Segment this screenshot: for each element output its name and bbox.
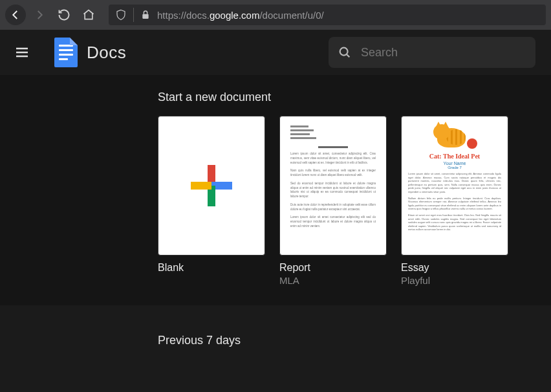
template-subtitle: MLA xyxy=(279,275,387,286)
recent-section: Previous 7 days xyxy=(0,305,551,347)
cat-illustration-icon xyxy=(432,122,477,150)
docs-logo-icon xyxy=(54,38,78,67)
recent-heading: Previous 7 days xyxy=(158,334,551,347)
template-card-report[interactable]: Lorem ipsum dolor sit amet, consectetur … xyxy=(279,116,387,256)
main-menu-button[interactable] xyxy=(9,39,35,65)
essay-name: Your Name xyxy=(408,161,501,166)
arrow-right-icon xyxy=(34,9,45,21)
forward-button[interactable] xyxy=(28,4,50,26)
reload-icon xyxy=(58,8,70,21)
template-essay: Cat: The Ideal Pet Your Name Grade 7 Lor… xyxy=(401,116,508,286)
templates-heading: Start a new document xyxy=(158,91,551,104)
app-title: Docs xyxy=(87,43,126,63)
page-body: Docs Start a new document Blank xyxy=(0,30,551,392)
svg-rect-0 xyxy=(142,14,148,19)
template-card-blank[interactable] xyxy=(158,116,265,256)
arrow-left-icon xyxy=(10,9,21,21)
address-bar[interactable]: https://docs.google.com/document/u/0/ xyxy=(109,5,546,25)
plus-icon xyxy=(191,165,232,206)
templates-section: Start a new document Blank Lor xyxy=(0,75,551,305)
reload-button[interactable] xyxy=(53,4,75,26)
report-preview: Lorem ipsum dolor sit amet, consectetur … xyxy=(280,116,386,242)
browser-toolbar: https://docs.google.com/document/u/0/ xyxy=(0,0,551,30)
svg-point-1 xyxy=(340,48,348,56)
template-title: Essay xyxy=(401,262,508,274)
hamburger-icon xyxy=(14,45,30,60)
back-button[interactable] xyxy=(5,5,26,25)
lock-icon xyxy=(140,10,151,20)
url-text: https://docs.google.com/document/u/0/ xyxy=(157,10,324,21)
template-title: Report xyxy=(279,262,387,274)
template-report: Lorem ipsum dolor sit amet, consectetur … xyxy=(279,116,387,286)
template-card-essay[interactable]: Cat: The Ideal Pet Your Name Grade 7 Lor… xyxy=(401,116,508,256)
template-subtitle: Playful xyxy=(401,275,508,286)
home-icon xyxy=(82,8,95,21)
shield-icon xyxy=(115,9,127,21)
app-header: Docs xyxy=(0,30,551,75)
essay-title: Cat: The Ideal Pet xyxy=(408,153,501,160)
home-button[interactable] xyxy=(78,4,100,26)
essay-preview: Cat: The Ideal Pet Your Name Grade 7 Lor… xyxy=(402,116,508,238)
search-box[interactable] xyxy=(329,37,535,68)
template-blank: Blank xyxy=(158,116,265,286)
search-input[interactable] xyxy=(361,46,526,60)
template-title: Blank xyxy=(158,262,265,274)
essay-grade: Grade 7 xyxy=(408,166,501,169)
templates-row: Blank Lorem ipsum dolor sit amet, consec… xyxy=(158,116,551,286)
separator xyxy=(133,8,134,22)
search-icon xyxy=(338,45,352,60)
